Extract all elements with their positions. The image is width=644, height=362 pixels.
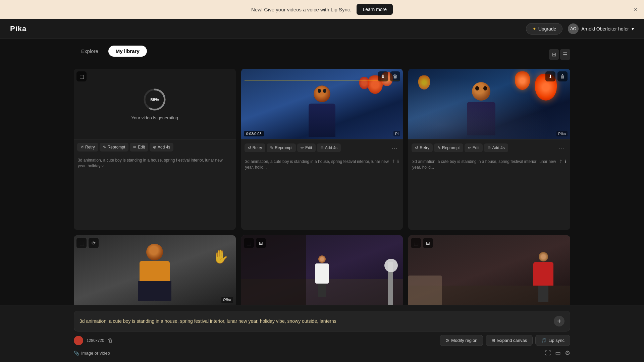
- prompt-text: 3d animation, a cute boy is standing in …: [79, 318, 554, 325]
- toolbar-right-icons: ⛶ ▭ ⚙: [545, 349, 570, 357]
- card2-reprompt-button[interactable]: ✎ Reprompt: [267, 143, 296, 152]
- settings-button[interactable]: ⚙: [565, 349, 570, 357]
- card2-edit-button[interactable]: ✏ Edit: [297, 143, 316, 152]
- bottom-panel: 3d animation, a cute boy is standing in …: [0, 305, 644, 362]
- lip-sync-button[interactable]: 🎵 Lip sync: [535, 335, 570, 346]
- user-initials: AO: [570, 26, 577, 31]
- card3-delete-button[interactable]: 🗑: [557, 71, 568, 81]
- card4-top-left-icons: ⬚ ⟳: [76, 238, 99, 248]
- progress-text: 58%: [150, 97, 159, 102]
- media-avatar: [74, 336, 83, 345]
- card2-desc: 3d animation, a cute boy is standing in …: [241, 156, 403, 174]
- prompt-box: 3d animation, a cute boy is standing in …: [74, 311, 570, 331]
- card2-download-button[interactable]: ⬇: [378, 71, 388, 81]
- expand-canvas-button[interactable]: ⊞ Expand canvas: [486, 335, 533, 346]
- card4-thumbnail: ✋ ⬚ ⟳ Pika: [74, 235, 236, 306]
- card6-top-left-icons: ⬚ ⊞: [411, 238, 433, 248]
- card5-icon-btn1[interactable]: ⬚: [244, 238, 254, 248]
- card2-thumbnail: ⬇ 🗑 0:03/0:03 Pi: [241, 69, 403, 139]
- card6-thumbnail: ⬚ ⊞: [408, 235, 570, 306]
- bottom-controls: 1280x720 🗑 ⊙ Modify region ⊞ Expand canv…: [74, 335, 570, 346]
- card3-more-button[interactable]: ⋯: [557, 143, 567, 153]
- generating-label: Your video is generating: [131, 115, 178, 120]
- generating-thumbnail: ⬚ 58% Your video is generating: [74, 69, 236, 139]
- card4-watermark: Pika: [221, 297, 233, 303]
- card2-timestamp: 0:03/0:03: [244, 131, 264, 136]
- card6-icon-btn2[interactable]: ⊞: [423, 238, 433, 248]
- avatar: AO: [568, 23, 579, 34]
- card3-overlay-icons: ⬇ 🗑: [545, 71, 568, 81]
- retry-icon: ↺: [415, 145, 418, 150]
- video-card-2: ⬇ 🗑 0:03/0:03 Pi ↺ Retry ✎ Reprompt ✏ Ed…: [241, 69, 403, 230]
- card1-add4s-button[interactable]: ⊕ Add 4s: [150, 143, 173, 152]
- user-menu-button[interactable]: AO Arnold Oberleiter hofer ▾: [568, 23, 634, 34]
- reprompt-icon: ✎: [437, 145, 441, 150]
- card2-delete-button[interactable]: 🗑: [390, 71, 400, 81]
- tabs: Explore My library: [74, 46, 147, 57]
- tab-explore[interactable]: Explore: [74, 46, 106, 57]
- retry-icon: ↺: [80, 145, 84, 149]
- modify-region-button[interactable]: ⊙ Modify region: [440, 335, 483, 346]
- bottom-action-buttons: ⊙ Modify region ⊞ Expand canvas 🎵 Lip sy…: [440, 335, 570, 346]
- prompt-add-button[interactable]: +: [554, 316, 565, 326]
- star-icon: ✦: [532, 26, 536, 32]
- card3-watermark: Pika: [556, 131, 568, 136]
- card2-overlay-icons: ⬇ 🗑: [378, 71, 400, 81]
- add4s-icon: ⊕: [153, 145, 156, 149]
- card4-icon-btn2[interactable]: ⟳: [89, 238, 99, 248]
- card2-more-button[interactable]: ⋯: [389, 143, 399, 153]
- card6-icon-btn1[interactable]: ⬚: [411, 238, 421, 248]
- card1-icon-btn[interactable]: ⬚: [76, 71, 87, 81]
- card1-retry-button[interactable]: ↺ Retry: [77, 143, 98, 152]
- card3-reprompt-button[interactable]: ✎ Reprompt: [434, 143, 463, 152]
- upgrade-label: Upgrade: [538, 26, 556, 32]
- learn-more-button[interactable]: Learn more: [357, 4, 393, 15]
- card5-icon-btn2[interactable]: ⊞: [256, 238, 266, 248]
- retry-icon: ↺: [248, 145, 251, 150]
- reprompt-icon: ✎: [270, 145, 273, 150]
- card1-edit-button[interactable]: ✏ Edit: [130, 143, 148, 152]
- tab-my-library[interactable]: My library: [108, 46, 147, 57]
- media-info: 1280x720 🗑: [74, 336, 113, 345]
- image-video-button[interactable]: 📎 Image or video: [74, 351, 110, 356]
- upgrade-button[interactable]: ✦ Upgrade: [526, 23, 563, 35]
- card3-retry-button[interactable]: ↺ Retry: [412, 143, 433, 152]
- card3-desc: 3d animation, a cute boy is standing in …: [408, 156, 570, 174]
- fullscreen-button[interactable]: ⛶: [545, 349, 551, 357]
- logo: Pika: [10, 24, 26, 33]
- card3-desc-icons: ⤴ ℹ: [559, 159, 566, 164]
- add4s-icon: ⊕: [320, 145, 324, 150]
- card3-add4s-button[interactable]: ⊕ Add 4s: [484, 143, 508, 152]
- card4-icon-btn1[interactable]: ⬚: [76, 238, 87, 248]
- card3-thumbnail: ⬇ 🗑 Pika: [408, 69, 570, 139]
- card1-desc-text: 3d animation, a cute boy is standing in …: [78, 158, 232, 169]
- banner-close-button[interactable]: ×: [634, 6, 637, 13]
- progress-circle: 58%: [143, 88, 166, 111]
- card3-share-button[interactable]: ⤴: [559, 159, 562, 164]
- header: Pika ✦ Upgrade AO Arnold Oberleiter hofe…: [0, 19, 644, 39]
- frame-button[interactable]: ▭: [555, 349, 561, 357]
- card2-info-button[interactable]: ℹ: [397, 159, 399, 164]
- card2-share-button[interactable]: ⤴: [392, 159, 394, 164]
- card5-thumbnail: ⬚ ⊞: [241, 235, 403, 306]
- view-toggle-group: ⊞ ☰: [549, 49, 570, 60]
- banner-text: New! Give your videos a voice with Lip S…: [251, 7, 351, 12]
- user-name: Arnold Oberleiter hofer: [581, 26, 629, 32]
- card2-retry-button[interactable]: ↺ Retry: [245, 143, 266, 152]
- header-right: ✦ Upgrade AO Arnold Oberleiter hofer ▾: [526, 23, 634, 35]
- media-delete-button[interactable]: 🗑: [108, 338, 113, 344]
- card3-download-button[interactable]: ⬇: [545, 71, 555, 81]
- grid-view-button[interactable]: ⊞: [549, 49, 559, 60]
- card2-desc-icons: ⤴ ℹ: [392, 159, 399, 164]
- tabs-row: Explore My library ⊞ ☰: [74, 46, 570, 63]
- card1-top-left-icons: ⬚: [76, 71, 87, 81]
- card3-edit-button[interactable]: ✏ Edit: [465, 143, 483, 152]
- card2-desc-text: 3d animation, a cute boy is standing in …: [245, 159, 390, 170]
- card3-info-button[interactable]: ℹ: [565, 159, 566, 164]
- announcement-banner: New! Give your videos a voice with Lip S…: [0, 0, 644, 19]
- card2-add4s-button[interactable]: ⊕ Add 4s: [317, 143, 341, 152]
- video-card-generating: ⬚ 58% Your video is generating ↺ Retry: [74, 69, 236, 230]
- bottom-toolbar: 📎 Image or video ⛶ ▭ ⚙: [74, 349, 570, 357]
- card1-reprompt-button[interactable]: ✎ Reprompt: [100, 143, 129, 152]
- list-view-button[interactable]: ☰: [560, 49, 570, 60]
